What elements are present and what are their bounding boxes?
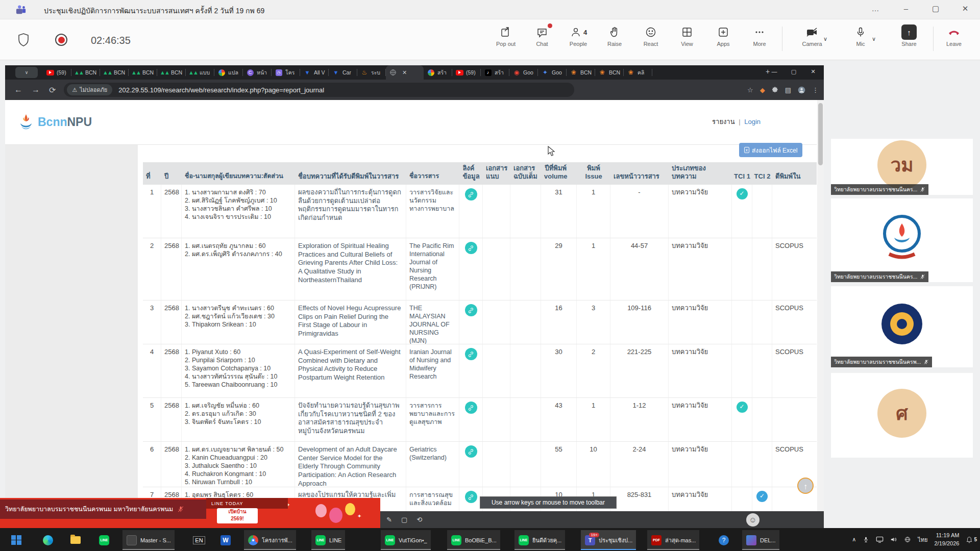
browser-tab[interactable]: ▼Car xyxy=(329,65,357,80)
titlebar-more-icon[interactable]: … xyxy=(868,4,883,13)
browser-tab[interactable]: ✕ xyxy=(386,65,424,80)
taskbar-teams-[interactable]: T19+ประชุมเชิงป... xyxy=(581,530,636,550)
share-button[interactable]: ↑Share xyxy=(891,24,927,47)
bookmark-star-icon[interactable]: ☆ xyxy=(747,86,753,94)
browser-menu-icon[interactable]: ⋮ xyxy=(812,86,819,94)
reading-list-icon[interactable]: ▤ xyxy=(785,86,791,94)
browser-tab[interactable]: ▲▲BCN xyxy=(129,65,157,80)
login-link[interactable]: Login xyxy=(744,118,761,126)
maximize-icon[interactable]: ▢ xyxy=(928,4,943,13)
mic-chevron-icon[interactable]: ∨ xyxy=(872,36,876,42)
browser-tab[interactable]: ▼All V xyxy=(300,65,329,80)
security-chip[interactable]: ⚠ ไม่ปลอดภัย xyxy=(67,84,112,95)
apps-button[interactable]: Apps xyxy=(705,24,742,47)
link-icon[interactable] xyxy=(465,304,477,316)
taskbar-word[interactable]: W xyxy=(216,530,235,550)
taskbar-dark-masters[interactable]: Master - S... xyxy=(122,530,175,550)
browser-tab[interactable]: ▲▲แบบ xyxy=(186,65,214,80)
browser-tab[interactable]: สร้า xyxy=(424,65,452,80)
browser-tab[interactable]: ▲▲BCN xyxy=(157,65,186,80)
browser-tab[interactable]: ❀BCN xyxy=(567,65,595,80)
taskbar-en[interactable]: EN xyxy=(190,530,208,550)
taskbar-edge[interactable] xyxy=(39,530,57,550)
people-button[interactable]: 4People xyxy=(560,24,597,47)
tab-search-button[interactable]: ∨ xyxy=(15,67,38,78)
link-icon[interactable] xyxy=(465,188,477,201)
tray-display-icon[interactable] xyxy=(876,536,884,543)
undo-icon[interactable]: ⟲ xyxy=(416,516,422,523)
browser-close-icon[interactable]: ✕ xyxy=(805,68,821,75)
browser-tab[interactable]: ▲▲BCN xyxy=(100,65,129,80)
taskbar-line-line[interactable]: LINELINE xyxy=(311,530,345,550)
minimize-icon[interactable]: – xyxy=(898,4,914,13)
extensions-puzzle-icon[interactable] xyxy=(772,87,778,93)
browser-tab[interactable]: (59) xyxy=(43,65,71,80)
pen-icon[interactable]: ✎ xyxy=(386,516,392,523)
tray-network-icon[interactable] xyxy=(904,536,911,543)
back-icon[interactable]: ← xyxy=(14,85,22,94)
participant-tile[interactable]: ศ xyxy=(831,373,973,458)
browser-tab[interactable]: แปล xyxy=(214,65,243,80)
browser-tab[interactable]: ▲▲BCN xyxy=(71,65,100,80)
taskbar-pdf-mas[interactable]: PDFล่าสุด-mas... xyxy=(647,530,699,550)
participant-tile[interactable]: วิทยาลัยพยาบาลบรมราชชนนีนครพ... xyxy=(831,286,973,367)
browser-tab[interactable]: ❀คลิ xyxy=(624,65,652,80)
profile-avatar-icon[interactable] xyxy=(798,86,805,94)
taskbar-line[interactable]: LINE xyxy=(95,530,113,550)
browser-tab[interactable]: ♨ระบ xyxy=(357,65,386,80)
tray-clock[interactable]: 11:19 AM2/19/2026 xyxy=(935,532,960,547)
react-button[interactable]: React xyxy=(632,24,669,47)
taskbar-help[interactable]: ? xyxy=(715,530,733,550)
taskbar-photos-del[interactable]: DEL... xyxy=(742,530,779,550)
popout-button[interactable]: Pop out xyxy=(487,24,524,47)
browser-tab[interactable]: ❀BCN xyxy=(595,65,624,80)
link-icon[interactable] xyxy=(465,491,477,503)
link-icon[interactable] xyxy=(465,445,477,458)
back-to-top-button[interactable]: ↑ xyxy=(797,478,814,494)
tray-volume-icon[interactable] xyxy=(890,536,897,543)
raise-button[interactable]: Raise xyxy=(596,24,633,47)
page-scrollbar[interactable] xyxy=(817,100,824,528)
browser-tab[interactable]: ♪สร้า xyxy=(481,65,509,80)
browser-tab[interactable]: ◉Goo xyxy=(509,65,538,80)
tray-language[interactable]: ไทย xyxy=(918,535,927,544)
tray-mic-icon[interactable] xyxy=(863,536,869,543)
url-bar[interactable]: ⚠ ไม่ปลอดภัย 202.29.55.109/research/web/… xyxy=(64,83,574,97)
browser-tab[interactable]: (59) xyxy=(452,65,481,80)
taskbar-line-boobieb[interactable]: LINEBoOBiE_B... xyxy=(447,530,500,550)
leave-button[interactable]: Leave xyxy=(936,24,972,47)
site-logo[interactable]: BcnnNPU xyxy=(18,113,92,131)
forward-icon[interactable]: → xyxy=(32,85,40,94)
browser-maximize-icon[interactable]: ▢ xyxy=(786,68,801,75)
report-link[interactable]: รายงาน xyxy=(712,118,734,126)
reload-icon[interactable]: ⟳ xyxy=(49,85,56,95)
taskbar-start[interactable] xyxy=(7,530,26,550)
link-icon[interactable] xyxy=(465,242,477,254)
tray-chevron-icon[interactable]: ∧ xyxy=(852,536,856,543)
chat-button[interactable]: Chat xyxy=(524,24,560,47)
taskbar-folder[interactable] xyxy=(66,530,85,550)
browser-minimize-icon[interactable]: — xyxy=(767,68,782,74)
url-text[interactable]: 202.29.55.109/research/web/research/inde… xyxy=(118,86,324,94)
view-button[interactable]: View xyxy=(669,24,705,47)
taskbar-line-vuttigon[interactable]: LINEVutTiGon•_ xyxy=(381,530,431,550)
export-excel-button[interactable]: x ส่งออกไฟล์ Excel xyxy=(739,143,802,157)
taskbar-chrome-[interactable]: โครงการพั... xyxy=(244,530,296,550)
taskbar-line-[interactable]: LINEยินดีด้วยคุ... xyxy=(514,530,565,550)
scrollbar-thumb[interactable] xyxy=(818,103,823,165)
extension-orange-icon[interactable]: ◆ xyxy=(760,86,765,94)
close-icon[interactable]: ✕ xyxy=(958,4,973,13)
browser-tab[interactable]: Cหน้า xyxy=(243,65,272,80)
browser-tab[interactable]: ✦Goo xyxy=(538,65,567,80)
camera-chevron-icon[interactable]: ∨ xyxy=(823,36,827,42)
shape-icon[interactable]: ▢ xyxy=(401,516,407,523)
tab-close-icon[interactable]: ✕ xyxy=(402,69,407,76)
participant-tile[interactable]: วิทยาลัยพยาบาลบรมราชชนนีนคร... xyxy=(831,198,973,282)
notification-bell-icon[interactable]: 5 xyxy=(966,536,977,543)
browser-tab[interactable]: ◷โคร xyxy=(272,65,300,80)
more-button[interactable]: More xyxy=(741,24,778,47)
participant-tile[interactable]: วมวิทยาลัยพยาบาลบรมราชชนนีนคร... xyxy=(831,139,973,195)
emoji-icon[interactable]: ☺ xyxy=(746,513,760,527)
link-icon[interactable] xyxy=(465,402,477,414)
link-icon[interactable] xyxy=(465,348,477,360)
